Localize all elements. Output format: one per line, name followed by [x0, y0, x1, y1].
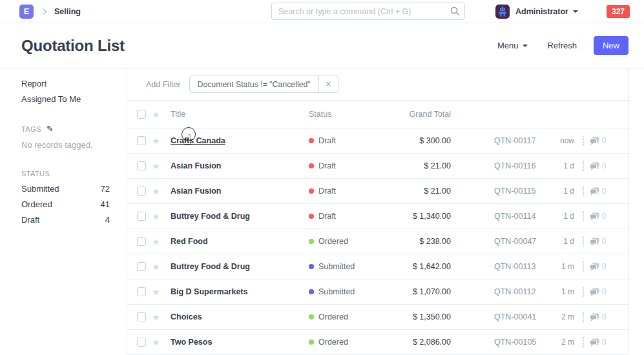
assign-cell	[583, 262, 584, 271]
row-checkbox[interactable]	[137, 136, 146, 145]
assign-placeholder[interactable]	[583, 186, 584, 196]
list-row[interactable]: ★ Crafts Canada Draft $ 300.00 QTN-00117…	[127, 128, 628, 154]
like-star-icon[interactable]: ★	[151, 187, 161, 196]
assign-placeholder[interactable]	[583, 211, 584, 221]
row-title-link[interactable]: Red Food	[171, 237, 208, 246]
comment-count: 0	[602, 287, 607, 296]
assign-placeholder[interactable]	[583, 337, 584, 347]
comment-cell: 0	[590, 136, 607, 145]
new-button[interactable]: New	[594, 36, 628, 55]
row-checkbox[interactable]	[137, 338, 146, 347]
row-grand-total: $ 1,642.00	[386, 262, 451, 271]
status-label: Ordered	[318, 237, 348, 246]
list-row[interactable]: ★ Choices Ordered $ 1,350.00 QTN-00041 2…	[127, 305, 628, 330]
sidebar-filter-draft[interactable]: Draft 4	[21, 215, 110, 225]
row-status: Draft	[309, 187, 386, 196]
tags-heading: TAGS ✎	[21, 124, 110, 134]
row-title-link[interactable]: Crafts Canada	[171, 136, 225, 145]
row-check-cell	[137, 262, 146, 271]
like-star-icon[interactable]: ★	[151, 212, 161, 221]
page-body: Report Assigned To Me TAGS ✎ No records …	[0, 68, 644, 354]
global-search	[271, 3, 465, 20]
list-row[interactable]: ★ Two Pesos Ordered $ 2,086.00 QTN-00105…	[127, 330, 628, 355]
row-title-link[interactable]: Asian Fusion	[171, 161, 221, 170]
row-title-link[interactable]: Choices	[171, 312, 202, 321]
row-checkbox[interactable]	[137, 237, 146, 246]
comment-cell: 0	[590, 287, 607, 296]
list-row[interactable]: ★ Big D Supermarkets Submitted $ 1,070.0…	[127, 279, 628, 305]
assign-placeholder[interactable]	[583, 261, 584, 272]
like-star-icon[interactable]: ★	[151, 137, 161, 145]
status-label: Submitted	[318, 262, 355, 271]
sidebar-filter-ordered[interactable]: Ordered 41	[21, 199, 110, 210]
row-check-cell	[137, 338, 146, 347]
column-status: Status	[309, 110, 386, 119]
row-checkbox[interactable]	[137, 312, 146, 321]
row-checkbox[interactable]	[137, 262, 146, 271]
like-star-icon[interactable]: ★	[151, 313, 161, 321]
filter-chip: Document Status != "Cancelled" ✕	[189, 76, 338, 93]
row-docname: QTN-00047	[494, 237, 547, 246]
like-star-icon[interactable]: ★	[151, 162, 161, 170]
row-modified: 2 m	[547, 312, 574, 321]
assign-placeholder[interactable]	[583, 287, 584, 297]
row-title-link[interactable]: Big D Supermarkets	[171, 287, 247, 296]
row-checkbox[interactable]	[137, 187, 146, 196]
row-docname: QTN-00112	[494, 287, 547, 296]
row-modified: 2 m	[547, 338, 574, 347]
comment-icon	[590, 162, 599, 170]
menu-button[interactable]: Menu	[497, 41, 528, 50]
user-name[interactable]: Administrator	[515, 7, 568, 16]
row-title-link[interactable]: Two Pesos	[171, 338, 212, 347]
like-star-icon[interactable]: ★	[151, 238, 161, 246]
row-title-link[interactable]: Buttrey Food & Drug	[171, 262, 250, 271]
row-status: Draft	[309, 212, 386, 221]
list-sidebar: Report Assigned To Me TAGS ✎ No records …	[0, 68, 127, 354]
row-status: Submitted	[309, 262, 386, 271]
breadcrumb[interactable]: Selling	[54, 7, 81, 16]
status-label: Submitted	[318, 287, 355, 296]
row-checkbox[interactable]	[137, 212, 146, 221]
list-row[interactable]: ★ Buttrey Food & Drug Draft $ 1,340.00 Q…	[127, 204, 628, 229]
remove-filter-icon[interactable]: ✕	[318, 76, 338, 92]
refresh-button[interactable]: Refresh	[547, 41, 577, 50]
page-head: Quotation List Menu Refresh New	[0, 23, 644, 68]
row-title-cell: Asian Fusion	[171, 161, 309, 170]
filter-chip-label[interactable]: Document Status != "Cancelled"	[190, 80, 318, 89]
comment-icon	[590, 212, 599, 221]
user-menu[interactable]: Administrator	[495, 5, 578, 19]
row-title-link[interactable]: Asian Fusion	[171, 187, 221, 196]
list-row[interactable]: ★ Asian Fusion Draft $ 21.00 QTN-00116 1…	[127, 154, 628, 179]
like-star-icon[interactable]: ★	[151, 288, 161, 296]
sidebar-item-report[interactable]: Report	[21, 79, 110, 89]
add-filter-button[interactable]: Add Filter	[146, 80, 181, 89]
list-row[interactable]: ★ Asian Fusion Draft $ 21.00 QTN-00115 1…	[127, 179, 628, 204]
status-dot	[309, 214, 314, 219]
assign-placeholder[interactable]	[583, 236, 584, 247]
row-docname: QTN-00114	[494, 212, 547, 221]
comment-icon	[590, 263, 599, 271]
row-checkbox[interactable]	[137, 287, 146, 296]
row-title-link[interactable]: Buttrey Food & Drug	[171, 212, 250, 221]
like-star-icon[interactable]: ★	[151, 338, 161, 347]
assign-placeholder[interactable]	[583, 161, 584, 171]
search-input[interactable]	[271, 3, 465, 20]
assign-placeholder[interactable]	[583, 312, 584, 322]
status-filter-count: 41	[101, 199, 110, 210]
list-row[interactable]: ★ Buttrey Food & Drug Submitted $ 1,642.…	[127, 254, 628, 279]
row-checkbox[interactable]	[137, 161, 146, 170]
assign-cell	[583, 161, 584, 170]
notifications-badge[interactable]: 327	[607, 5, 630, 18]
row-title-cell: Big D Supermarkets	[171, 287, 309, 296]
assign-placeholder[interactable]	[583, 136, 584, 146]
app-logo[interactable]: E	[19, 5, 34, 19]
list-row[interactable]: ★ Red Food Ordered $ 238.00 QTN-00047 1 …	[127, 229, 628, 254]
sidebar-filter-submitted[interactable]: Submitted 72	[21, 184, 110, 194]
sidebar-item-assigned-to-me[interactable]: Assigned To Me	[21, 94, 110, 105]
select-all-checkbox[interactable]	[137, 110, 146, 119]
like-star-icon[interactable]: ★	[151, 263, 161, 271]
edit-tags-icon[interactable]: ✎	[47, 124, 54, 134]
status-label: Draft	[318, 187, 336, 196]
row-title-cell: Crafts Canada	[171, 136, 309, 145]
row-check-cell	[137, 136, 146, 145]
